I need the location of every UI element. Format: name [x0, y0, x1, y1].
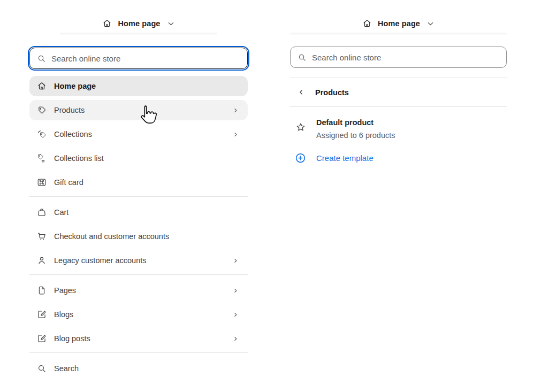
- menu-item-label: Home page: [54, 82, 240, 90]
- create-template-button[interactable]: Create template: [290, 152, 373, 164]
- chevron-right-icon: [232, 107, 239, 114]
- menu-item-label: Search: [54, 364, 240, 373]
- home-icon: [102, 18, 112, 29]
- menu-item-label: Collections list: [54, 154, 240, 163]
- chevron-left-icon: [297, 88, 305, 96]
- chevron-right-icon: [232, 335, 239, 342]
- home-icon: [362, 18, 372, 29]
- menu-item-label: Gift card: [54, 178, 240, 187]
- chevron-right-icon: [232, 287, 239, 294]
- menu-item-legacy-customer-accounts[interactable]: Legacy customer accounts: [29, 250, 248, 271]
- menu-item-checkout-and-customer-accounts[interactable]: Checkout and customer accounts: [29, 226, 248, 247]
- bag-icon: [36, 207, 47, 218]
- search-icon: [36, 363, 47, 374]
- template-item-default-product[interactable]: Default product Assigned to 6 products: [290, 116, 507, 142]
- menu-item-cart[interactable]: Cart: [29, 202, 248, 222]
- right-navigation-panel: Home page Products Default product Assig…: [266, 0, 534, 392]
- menu-item-products[interactable]: Products: [29, 100, 248, 120]
- star-icon: [295, 121, 307, 133]
- divider: [29, 196, 248, 197]
- menu-item-pages[interactable]: Pages: [29, 280, 248, 301]
- page-selector-label: Home page: [118, 19, 160, 28]
- home-icon: [36, 81, 47, 91]
- menu-item-search[interactable]: Search: [29, 358, 248, 379]
- page-icon: [36, 285, 47, 296]
- compose-icon: [36, 333, 47, 344]
- cart-icon: [36, 231, 47, 242]
- person-icon: [36, 255, 47, 266]
- compose-icon: [36, 309, 47, 320]
- template-subtitle: Assigned to 6 products: [316, 129, 395, 142]
- header-shadow: [290, 33, 507, 35]
- menu-item-label: Products: [54, 106, 225, 114]
- collections-list-icon: [36, 153, 47, 164]
- tag-icon: [36, 105, 47, 116]
- menu-item-blog-posts[interactable]: Blog posts: [29, 328, 248, 349]
- template-title: Default product: [316, 116, 395, 129]
- menu-item-label: Legacy customer accounts: [54, 256, 225, 265]
- theme-editor-sidebars: Home page Home pageProductsCollectionsCo…: [0, 0, 534, 392]
- create-template-label: Create template: [316, 153, 373, 163]
- divider: [29, 352, 248, 353]
- chevron-right-icon: [232, 131, 239, 138]
- divider: [29, 274, 248, 275]
- breadcrumb-title: Products: [315, 88, 349, 97]
- page-selector-dropdown[interactable]: Home page: [29, 14, 248, 33]
- search-icon: [36, 53, 47, 64]
- plus-circle-icon: [294, 152, 307, 164]
- search-online-store-field[interactable]: [290, 47, 507, 68]
- menu-item-label: Cart: [54, 208, 240, 217]
- chevron-right-icon: [232, 257, 239, 264]
- gift-card-icon: [36, 177, 47, 188]
- menu-item-gift-card[interactable]: Gift card: [29, 172, 248, 193]
- search-online-store-field[interactable]: [29, 48, 248, 69]
- template-item-text: Default product Assigned to 6 products: [316, 116, 395, 142]
- menu-item-collections-list[interactable]: Collections list: [29, 148, 248, 168]
- menu-item-label: Checkout and customer accounts: [54, 232, 240, 241]
- breadcrumb-back-products[interactable]: Products: [290, 78, 507, 106]
- page-selector-label: Home page: [378, 19, 420, 28]
- navigation-menu: Home pageProductsCollectionsCollections …: [29, 76, 248, 379]
- search-input[interactable]: [312, 47, 500, 67]
- header-shadow: [60, 33, 217, 35]
- menu-item-blogs[interactable]: Blogs: [29, 304, 248, 325]
- menu-item-label: Collections: [54, 130, 225, 139]
- chevron-right-icon: [232, 311, 239, 318]
- search-icon: [297, 52, 307, 63]
- menu-item-label: Pages: [54, 286, 225, 295]
- menu-item-home-page[interactable]: Home page: [29, 76, 248, 96]
- collections-icon: [36, 129, 47, 140]
- divider: [290, 106, 507, 107]
- chevron-down-icon: [166, 19, 176, 28]
- left-navigation-panel: Home page Home pageProductsCollectionsCo…: [0, 0, 266, 392]
- menu-item-label: Blog posts: [54, 334, 225, 343]
- search-input[interactable]: [51, 48, 241, 68]
- chevron-down-icon: [426, 19, 435, 28]
- page-selector-dropdown[interactable]: Home page: [290, 14, 507, 33]
- menu-item-label: Blogs: [54, 310, 225, 319]
- menu-item-collections[interactable]: Collections: [29, 124, 248, 144]
